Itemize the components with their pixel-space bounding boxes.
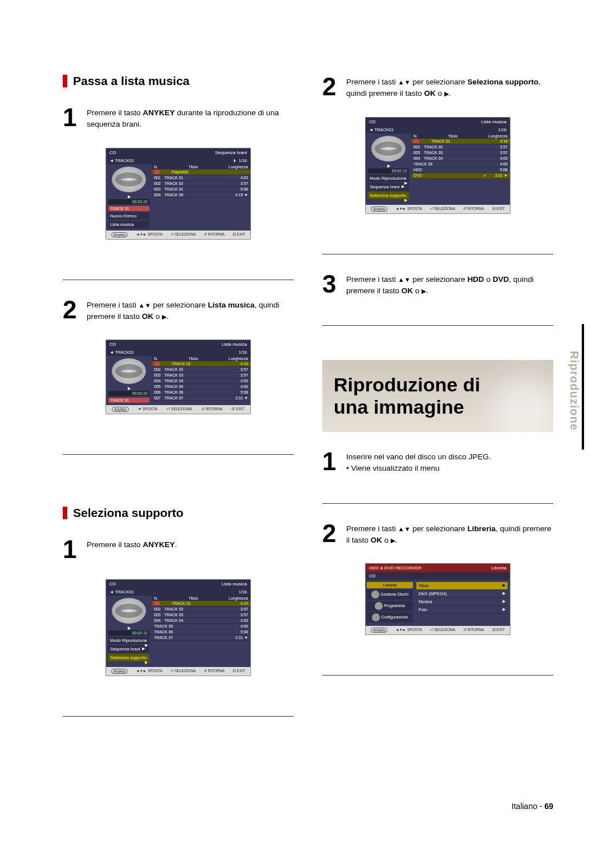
step-text: Premere i tasti ▲▼ per selezionare HDD o… — [346, 272, 553, 297]
folder-icon — [371, 591, 379, 599]
step-1: 1 Premere il tasto ANYKEY durante la rip… — [63, 105, 294, 131]
screenshot-libreria: HDD & DVD RECORDERLibreria CD Libreria G… — [365, 563, 510, 635]
step-number: 2 — [322, 521, 339, 546]
step-number: 3 — [322, 272, 339, 297]
step-text: Premere i tasti ▲▼ per selezionare Selez… — [346, 74, 553, 100]
screenshot-footer: Anykey ◄✦► SPOSTA ⏎ SELEZIONA ↺ RITORNA … — [366, 626, 510, 634]
step-3-right: 3 Premere i tasti ▲▼ per selezionare HDD… — [322, 272, 553, 297]
left-column: Passa a lista musica 1 Premere il tasto … — [63, 74, 294, 734]
hero-title: Riproduzione di una immagine — [334, 374, 542, 418]
section-title: Seleziona supporto — [73, 506, 184, 520]
side-stripe — [582, 324, 584, 450]
screenshot-lista-musica: CDLista musica ◄ TRACK011/16 ▶ 00:02:22 … — [106, 339, 251, 414]
step-number: 2 — [322, 74, 339, 99]
screenshot-seleziona-supporto: CDLista musica ◄ TRACK011/16 ▶ 00:02:22 … — [106, 579, 251, 676]
section-seleziona-supporto: Seleziona supporto — [63, 506, 294, 520]
step-number: 1 — [322, 449, 339, 474]
step-2-right: 2 Premere i tasti ▲▼ per selezionare Sel… — [322, 74, 553, 100]
disc-thumb-icon — [112, 598, 146, 624]
step-number: 1 — [63, 537, 80, 562]
hero-riproduzione-immagine: Riproduzione di una immagine — [322, 360, 553, 432]
screenshot-hdd-dvd: CDLista musica ◄ TRACK011/16 ▶ 00:02:22 … — [365, 117, 510, 214]
right-column: 2 Premere i tasti ▲▼ per selezionare Sel… — [322, 74, 553, 734]
red-bar-icon — [63, 507, 67, 519]
section-title: Passa a lista musica — [73, 74, 189, 88]
disc-thumb-icon — [112, 358, 146, 384]
step-text: Premere i tasti ▲▼ per selezionare Lista… — [87, 297, 294, 323]
screenshot-footer: Anykey ◄✦► SPOSTA ⏎ SELEZIONA ↺ RITORNA … — [366, 205, 510, 213]
side-tab-riproduzione: Riproduzione — [568, 334, 581, 448]
screenshot-footer: Anykey ✦ SPOSTA ⏎ SELEZIONA ↺ RITORNA ⊟ … — [106, 405, 250, 414]
screenshot-footer: Anykey ◄✦► SPOSTA ⏎ SELEZIONA ↺ RITORNA … — [106, 667, 250, 676]
img-step-2: 2 Premere i tasti ▲▼ per selezionare Lib… — [322, 521, 553, 547]
step-text: Premere il tasto ANYKEY. — [87, 537, 177, 551]
step-1b: 1 Premere il tasto ANYKEY. — [63, 537, 294, 562]
step-text: Premere i tasti ▲▼ per selezionare Libre… — [346, 521, 553, 547]
step-text: Inserire nel vano del disco un disco JPE… — [346, 449, 491, 475]
disc-thumb-icon — [112, 167, 146, 192]
red-bar-icon — [63, 75, 67, 87]
step-number: 2 — [63, 297, 80, 322]
disc-thumb-icon — [371, 136, 406, 161]
screenshot-footer: Anykey ◄✦► SPOSTA ⏎ SELEZIONA ↺ RITORNA … — [106, 231, 250, 239]
section-passa-a-lista-musica: Passa a lista musica — [63, 74, 294, 88]
gear-icon — [372, 613, 380, 621]
step-2: 2 Premere i tasti ▲▼ per selezionare Lis… — [63, 297, 294, 323]
step-text: Premere il tasto ANYKEY durante la ripro… — [87, 105, 294, 131]
screenshot-sequenza-brani: CDSequenza brani ◄ TRACK01⏵ 1/16 ▶ 00:02… — [106, 148, 251, 240]
list-icon — [375, 602, 383, 610]
page-footer: Italiano - 69 — [512, 802, 553, 811]
step-number: 1 — [63, 105, 80, 130]
img-step-1: 1 Inserire nel vano del disco un disco J… — [322, 449, 553, 475]
